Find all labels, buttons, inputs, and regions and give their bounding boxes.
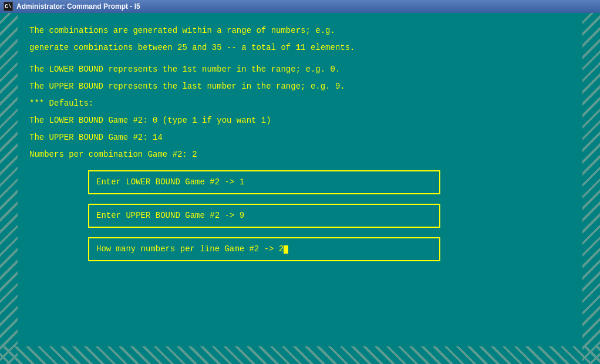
defaults-numbers: Numbers per combination Game #2: 2 — [29, 149, 571, 161]
bottom-zigzag — [0, 346, 600, 364]
defaults-lower: The LOWER BOUND Game #2: 0 (type 1 if yo… — [29, 114, 571, 127]
text-line-2: generate combinations between 25 and 35 … — [29, 43, 355, 52]
upper-bound-label: Enter UPPER BOUND Game #2 -> 9 — [96, 211, 244, 220]
text-line-5: The UPPER BOUND represents the last numb… — [29, 82, 345, 91]
upper-bound-input-box[interactable]: Enter UPPER BOUND Game #2 -> 9 — [88, 204, 440, 228]
info-line-1: The combinations are generated within a … — [29, 25, 571, 37]
defaults-upper: The UPPER BOUND Game #2: 14 — [29, 132, 571, 144]
defaults-header: *** Defaults: — [29, 97, 571, 110]
content-area: The combinations are generated within a … — [29, 25, 571, 346]
defaults-lower-text: The LOWER BOUND Game #2: 0 (type 1 if yo… — [29, 116, 271, 125]
numbers-per-line-input-box[interactable]: How many numbers per line Game #2 -> 2 — [88, 237, 440, 261]
numbers-per-line-label: How many numbers per line Game #2 -> 2 — [96, 244, 284, 254]
text-line-1: The combinations are generated within a … — [29, 26, 335, 35]
title-bar-icon: C\ — [4, 2, 13, 11]
info-line-2: generate combinations between 25 and 35 … — [29, 42, 571, 54]
text-line-4: The LOWER BOUND represents the 1st numbe… — [29, 65, 340, 74]
info-line-3 — [29, 59, 571, 63]
defaults-numbers-text: Numbers per combination Game #2: 2 — [29, 150, 197, 159]
info-line-5: The UPPER BOUND represents the last numb… — [29, 80, 571, 93]
title-bar-text: Administrator: Command Prompt - I5 — [16, 2, 140, 11]
cursor — [284, 245, 288, 254]
info-line-4: The LOWER BOUND represents the 1st numbe… — [29, 63, 571, 76]
title-bar: C\ Administrator: Command Prompt - I5 — [0, 0, 600, 13]
input-boxes-area: Enter LOWER BOUND Game #2 -> 1 Enter UPP… — [88, 170, 535, 261]
defaults-upper-text: The UPPER BOUND Game #2: 14 — [29, 133, 163, 142]
lower-bound-label: Enter LOWER BOUND Game #2 -> 1 — [96, 177, 244, 187]
window-body: The combinations are generated within a … — [0, 13, 600, 364]
lower-bound-input-box[interactable]: Enter LOWER BOUND Game #2 -> 1 — [88, 170, 440, 194]
defaults-header-text: *** Defaults: — [29, 99, 93, 108]
